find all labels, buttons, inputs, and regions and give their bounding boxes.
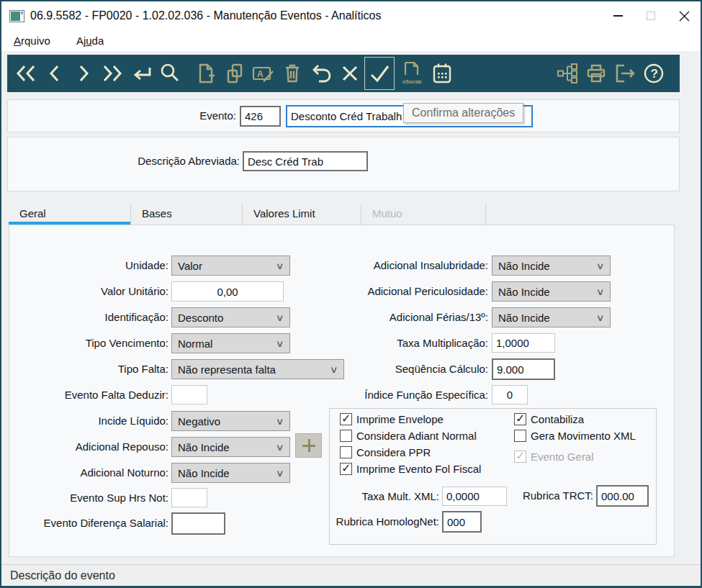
- confirm-icon: [367, 61, 392, 86]
- unidade-select[interactable]: Valor∨: [171, 255, 290, 276]
- menu-ajuda[interactable]: Ajuda: [74, 33, 106, 48]
- last-record-button[interactable]: [98, 58, 127, 89]
- close-button[interactable]: [667, 1, 701, 30]
- evento-panel: Evento: Confirma alterações: [7, 99, 680, 132]
- undo-button[interactable]: [307, 58, 336, 89]
- adicional-insalubridade-label: Adicional Insalubridade:: [326, 259, 488, 271]
- program-tree-button[interactable]: [553, 58, 582, 89]
- esocial-button[interactable]: eSocial: [395, 58, 428, 89]
- evento-sup-hrs-not-input[interactable]: [171, 488, 207, 507]
- sequencia-calculo-input[interactable]: [492, 358, 555, 380]
- descricao-abreviada-input[interactable]: [243, 151, 368, 171]
- rubrica-homolognet-input[interactable]: [442, 511, 482, 533]
- checkbox-imprime-evento-fol-fiscal[interactable]: Imprime Evento Fol Fiscal: [340, 463, 481, 475]
- chevron-down-icon: ∨: [276, 312, 284, 323]
- taxa-multiplicacao-label: Taxa Multiplicação:: [326, 337, 488, 349]
- chevron-down-icon: ∨: [276, 261, 284, 271]
- valor-unitario-input[interactable]: [171, 281, 284, 302]
- indice-funcao-especifica-input[interactable]: [492, 385, 528, 404]
- chevron-down-icon: ∨: [276, 338, 284, 349]
- descricao-abreviada-label: Descrição Abreviada:: [74, 155, 240, 167]
- checkbox-gera-movimento-xml[interactable]: Gera Movimento XML: [514, 430, 636, 442]
- undo-icon: [310, 62, 333, 85]
- sequencia-calculo-label: Seqüência Cálculo:: [326, 363, 488, 375]
- taxa-mult-xml-label: Taxa Mult. XML:: [312, 490, 439, 502]
- app-icon: [9, 10, 24, 22]
- checkbox-box: [340, 463, 352, 475]
- chevron-down-icon: ∨: [596, 312, 605, 323]
- chevron-down-icon: ∨: [596, 261, 605, 271]
- adicional-ferias-13-select[interactable]: Não Incide∨: [492, 307, 611, 327]
- delete-record-icon: [281, 62, 304, 85]
- edit-record-button[interactable]: A: [249, 58, 278, 89]
- next-record-icon: [72, 62, 95, 85]
- maximize-icon: [647, 12, 655, 20]
- calendar-button[interactable]: [428, 58, 456, 89]
- checkbox-box: [340, 413, 352, 425]
- confirm-button[interactable]: [364, 57, 395, 90]
- tab-valores-limit[interactable]: Valores Limit: [243, 204, 361, 225]
- adicional-repouso-select[interactable]: Não Incide∨: [171, 437, 290, 457]
- new-record-button[interactable]: [192, 58, 220, 89]
- minimize-icon: [613, 15, 623, 17]
- evento-falta-deduzir-input[interactable]: [171, 385, 207, 404]
- copy-record-icon: [223, 62, 246, 85]
- adicional-periculosidade-select[interactable]: Não Incide∨: [492, 281, 611, 302]
- exit-button[interactable]: [611, 58, 639, 89]
- checkbox-considera-ppr[interactable]: Considera PPR: [340, 446, 431, 458]
- incide-liquido-select[interactable]: Negativo∨: [171, 411, 290, 431]
- checkbox-box: [514, 413, 526, 425]
- program-tree-icon: [556, 62, 579, 85]
- checkbox-box: [340, 446, 352, 458]
- rubrica-trct-label: Rubrica TRCT:: [506, 489, 593, 502]
- checkbox-considera-adiant-normal[interactable]: Considera Adiant Normal: [340, 430, 477, 442]
- checkbox-evento-geral: Evento Geral: [514, 451, 594, 463]
- evento-input[interactable]: [240, 106, 281, 127]
- confirm-tooltip: Confirma alterações: [403, 103, 523, 123]
- delete-record-button[interactable]: [278, 58, 307, 89]
- esocial-icon: eSocial: [397, 60, 426, 86]
- tab-strip: Geral Bases Valores Limit Mutuo: [9, 204, 675, 225]
- taxa-mult-xml-input[interactable]: [442, 487, 507, 506]
- calendar-icon: [430, 61, 454, 86]
- indice-funcao-especifica-label: Índice Função Específica:: [326, 389, 488, 401]
- app-window: 06.9.5582 - FP0020 - 1.02.02.036 - Manut…: [0, 0, 702, 588]
- print-icon: [585, 62, 608, 85]
- tab-mutuo[interactable]: Mutuo: [361, 204, 486, 225]
- cancel-button[interactable]: [336, 58, 364, 89]
- previous-record-button[interactable]: [40, 58, 69, 89]
- cancel-icon: [338, 62, 361, 85]
- checkbox-contabiliza[interactable]: Contabiliza: [514, 413, 584, 425]
- adicional-insalubridade-select[interactable]: Não Incide∨: [492, 255, 611, 276]
- help-button[interactable]: ?: [639, 58, 668, 89]
- tab-geral[interactable]: Geral: [9, 204, 131, 225]
- checkbox-imprime-envelope[interactable]: Imprime Envelope: [340, 413, 444, 425]
- add-button[interactable]: [295, 433, 322, 458]
- adicional-repouso-label: Adicional Repouso:: [9, 440, 168, 453]
- tab-filler: [486, 204, 675, 225]
- taxa-multiplicacao-input[interactable]: [492, 333, 555, 353]
- maximize-button[interactable]: [634, 1, 667, 30]
- help-icon: ?: [642, 61, 666, 86]
- tipo-vencimento-select[interactable]: Normal∨: [171, 333, 290, 353]
- checkbox-box: [514, 430, 526, 442]
- first-record-button[interactable]: [12, 58, 40, 89]
- next-record-button[interactable]: [69, 58, 98, 89]
- identificacao-select[interactable]: Desconto∨: [171, 307, 290, 327]
- go-button[interactable]: [127, 58, 156, 89]
- tab-bases[interactable]: Bases: [131, 204, 243, 225]
- rubrica-homolognet-label: Rubrica HomologNet:: [312, 515, 439, 528]
- search-button[interactable]: [156, 58, 184, 89]
- copy-record-button[interactable]: [220, 58, 249, 89]
- rubrica-trct-input[interactable]: [596, 485, 649, 507]
- chevron-down-icon: ∨: [276, 416, 284, 427]
- tipo-falta-select[interactable]: Não representa falta∨: [171, 359, 344, 379]
- minimize-button[interactable]: [601, 1, 634, 30]
- print-button[interactable]: [582, 58, 611, 89]
- adicional-noturno-label: Adicional Noturno:: [9, 466, 168, 479]
- menu-arquivo[interactable]: Arquivo: [12, 33, 53, 48]
- evento-diferenca-salarial-input[interactable]: [171, 512, 225, 535]
- evento-sup-hrs-not-label: Evento Sup Hrs Not:: [9, 492, 168, 504]
- last-record-icon: [101, 62, 124, 85]
- adicional-noturno-select[interactable]: Não Incide∨: [171, 463, 290, 483]
